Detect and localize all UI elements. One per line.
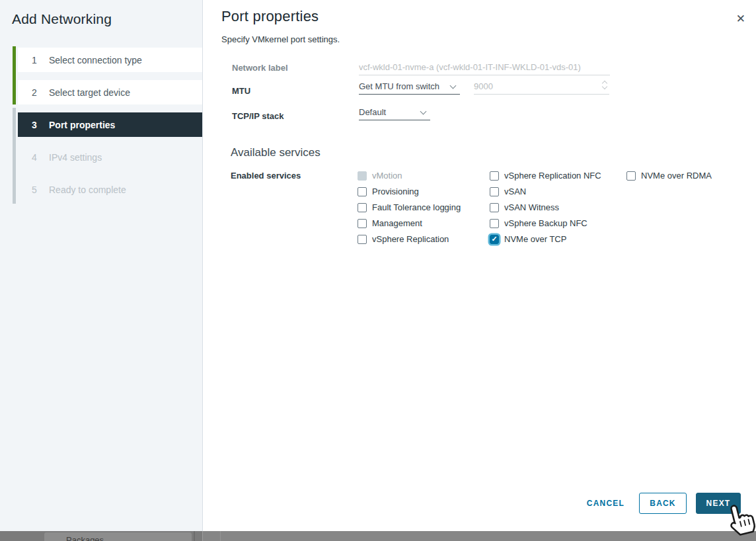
wizard-step-select-target-device[interactable]: 2Select target device — [18, 80, 202, 104]
checkbox-label: vSAN — [504, 187, 526, 196]
chevron-down-icon — [420, 108, 427, 114]
step-number: 1 — [28, 55, 40, 65]
network-label-input — [359, 62, 610, 72]
checkbox-label: Fault Tolerance logging — [372, 202, 461, 212]
enabled-services-label: Enabled services — [231, 171, 301, 181]
available-services-heading: Available services — [231, 146, 321, 159]
mtu-size-input — [474, 81, 609, 91]
wizard-step-port-properties[interactable]: 3Port properties — [18, 112, 202, 137]
service-checkbox-vsphere-replication[interactable]: vSphere Replication — [358, 234, 449, 244]
checkbox-icon[interactable] — [358, 187, 367, 196]
step-number: 2 — [28, 87, 40, 98]
wizard-footer: CANCEL BACK NEXT — [580, 493, 741, 514]
checkbox-icon[interactable] — [490, 203, 499, 212]
page-title: Port properties — [221, 8, 319, 25]
close-icon[interactable]: ✕ — [735, 12, 747, 26]
add-networking-dialog: Add Networking 1Select connection type2S… — [0, 0, 756, 541]
checkbox-icon — [358, 171, 367, 181]
chevron-down-icon — [450, 82, 457, 89]
wizard-sidebar: Add Networking 1Select connection type2S… — [0, 0, 203, 531]
network-label-field — [359, 60, 610, 75]
service-checkbox-provisioning[interactable]: Provisioning — [358, 187, 419, 196]
mtu-label: MTU — [232, 86, 250, 96]
checkbox-label: NVMe over TCP — [504, 234, 566, 244]
tcpip-stack-value: Default — [359, 107, 386, 117]
service-checkbox-vsan-witness[interactable]: vSAN Witness — [490, 202, 559, 212]
checkbox-icon[interactable] — [490, 187, 499, 196]
back-button[interactable]: BACK — [639, 493, 687, 514]
step-label: Select target device — [49, 87, 130, 98]
step-label: IPv4 settings — [49, 152, 102, 163]
checkbox-icon[interactable] — [490, 219, 499, 228]
checkbox-icon[interactable] — [490, 235, 499, 244]
mtu-mode-dropdown[interactable]: Get MTU from switch — [359, 79, 460, 95]
checkbox-label: vMotion — [372, 171, 402, 181]
step-label: Port properties — [49, 120, 115, 130]
checkbox-label: vSphere Replication NFC — [504, 171, 601, 181]
step-label: Select connection type — [49, 55, 142, 65]
background-nav-item-label: Packages — [66, 535, 104, 541]
checkbox-icon[interactable] — [358, 235, 367, 244]
tcpip-stack-label: TCP/IP stack — [232, 111, 284, 121]
service-checkbox-vsan[interactable]: vSAN — [490, 187, 526, 196]
completed-steps-rail — [13, 46, 16, 104]
step-number: 5 — [28, 185, 40, 195]
wizard-step-ready-to-complete[interactable]: 5Ready to complete — [18, 177, 202, 202]
remaining-steps-rail — [13, 108, 16, 204]
cancel-button[interactable]: CANCEL — [580, 493, 631, 514]
page-subtitle: Specify VMkernel port settings. — [221, 34, 340, 44]
dialog-title: Add Networking — [12, 11, 112, 27]
step-number: 3 — [28, 120, 40, 130]
step-number: 4 — [28, 152, 40, 163]
number-stepper-icon — [603, 81, 607, 89]
service-checkbox-nvme-over-rdma[interactable]: NVMe over RDMA — [626, 171, 712, 181]
port-properties-panel: ✕ Port properties Specify VMkernel port … — [203, 0, 756, 531]
mtu-size-field — [474, 79, 609, 95]
dimmed-background-page: Packages — [0, 531, 756, 541]
wizard-step-select-connection-type[interactable]: 1Select connection type — [18, 48, 202, 72]
mtu-mode-value: Get MTU from switch — [359, 81, 439, 91]
checkbox-icon[interactable] — [358, 203, 367, 212]
service-checkbox-vmotion: vMotion — [358, 171, 402, 181]
checkbox-label: vSphere Replication — [372, 234, 449, 244]
tcpip-stack-dropdown[interactable]: Default — [359, 104, 430, 120]
next-button[interactable]: NEXT — [696, 493, 741, 514]
service-checkbox-vsphere-replication-nfc[interactable]: vSphere Replication NFC — [490, 171, 601, 181]
step-label: Ready to complete — [49, 185, 126, 195]
checkbox-icon[interactable] — [490, 171, 499, 181]
service-checkbox-management[interactable]: Management — [358, 218, 422, 228]
checkbox-icon[interactable] — [626, 171, 636, 181]
network-label-label: Network label — [232, 63, 288, 73]
checkbox-label: vSphere Backup NFC — [504, 218, 587, 228]
wizard-step-ipv4-settings[interactable]: 4IPv4 settings — [18, 145, 202, 169]
checkbox-icon[interactable] — [358, 219, 367, 228]
service-checkbox-vsphere-backup-nfc[interactable]: vSphere Backup NFC — [490, 218, 587, 228]
checkbox-label: NVMe over RDMA — [641, 171, 712, 181]
checkbox-label: vSAN Witness — [504, 202, 559, 212]
service-checkbox-nvme-over-tcp[interactable]: NVMe over TCP — [490, 234, 566, 244]
checkbox-label: Provisioning — [372, 187, 419, 196]
checkbox-label: Management — [372, 218, 422, 228]
service-checkbox-fault-tolerance-logging[interactable]: Fault Tolerance logging — [358, 202, 461, 212]
